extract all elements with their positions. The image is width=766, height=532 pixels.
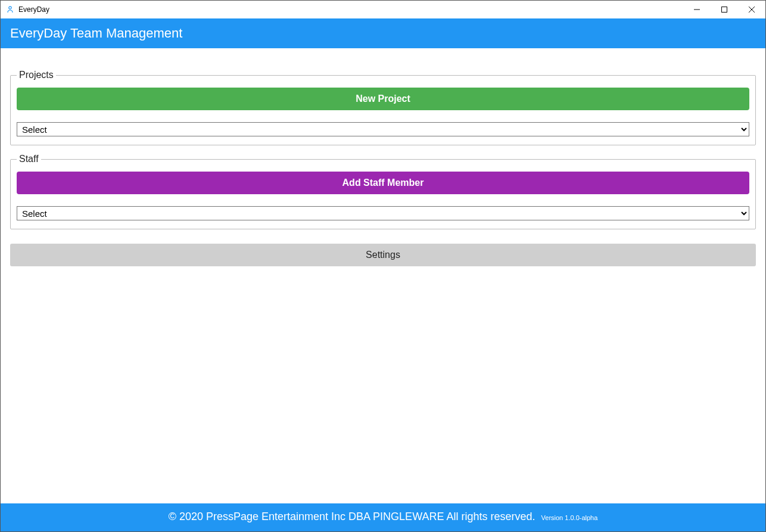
svg-rect-2 [722,7,727,13]
window-title: EveryDay [18,5,683,14]
maximize-button[interactable] [711,1,738,18]
footer-version: Version 1.0.0-alpha [541,514,598,521]
svg-point-0 [9,7,11,9]
footer: © 2020 PressPage Entertainment Inc DBA P… [1,503,765,531]
staff-select[interactable]: Select [17,206,749,220]
settings-button[interactable]: Settings [10,244,756,266]
app-icon [5,5,15,14]
window-controls [683,1,765,18]
new-project-button[interactable]: New Project [17,88,749,110]
page-header: EveryDay Team Management [1,18,765,48]
projects-fieldset: Projects New Project Select [10,70,756,145]
close-button[interactable] [738,1,765,18]
projects-select[interactable]: Select [17,122,749,136]
staff-legend: Staff [17,154,41,164]
page-title: EveryDay Team Management [10,26,182,41]
footer-copyright: © 2020 PressPage Entertainment Inc DBA P… [169,511,535,523]
minimize-button[interactable] [683,1,711,18]
main-content: Projects New Project Select Staff Add St… [1,48,765,503]
projects-legend: Projects [17,70,56,80]
staff-fieldset: Staff Add Staff Member Select [10,154,756,229]
titlebar: EveryDay [1,1,765,18]
add-staff-button[interactable]: Add Staff Member [17,172,749,194]
